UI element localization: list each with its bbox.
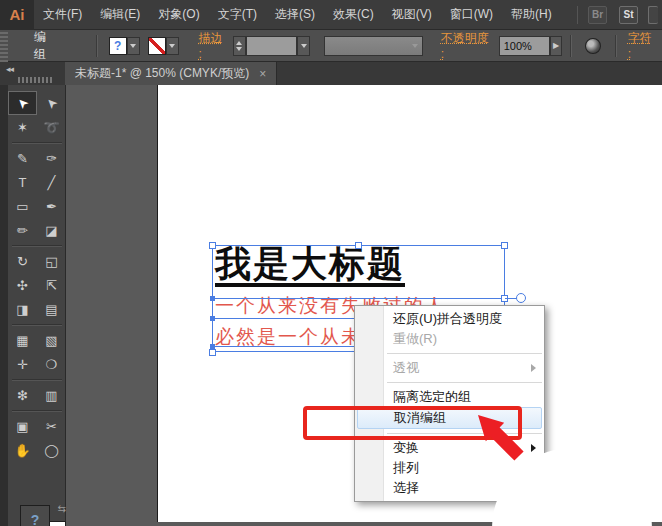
chevron-down-icon (130, 44, 136, 48)
chevron-down-icon (301, 44, 307, 48)
document-tab-title: 未标题-1* @ 150% (CMYK/预览) (75, 65, 249, 82)
chevron-down-icon (169, 44, 175, 48)
menu-item[interactable]: 对象(O) (149, 0, 208, 30)
lasso-tool[interactable]: ➰ (37, 115, 66, 139)
menubar-right: BrSt (577, 6, 662, 24)
selection-handle-bottom-left[interactable] (209, 349, 216, 356)
tools-grid: ➤ ➤ ✶ ➰ ✎ ✑ T ╱ ▭ ✒ ✏ ◪ ↻ ◱ (8, 85, 66, 462)
fill-dropdown-button[interactable] (127, 37, 140, 55)
eraser-tool[interactable]: ◪ (37, 218, 66, 242)
width-tool[interactable]: ✣ (8, 273, 37, 297)
workspace-button[interactable]: Br (588, 6, 607, 24)
perspective-grid-tool[interactable]: ▤ (37, 297, 66, 321)
fill-stroke-widget: ? ⇆ (20, 505, 66, 526)
fill-indicator[interactable]: ? (20, 505, 50, 526)
divider (577, 6, 578, 24)
opacity-arrow-button[interactable]: ▶ (550, 36, 562, 56)
pencil-tool[interactable]: ✏ (8, 218, 37, 242)
stroke-weight-stepper[interactable] (233, 36, 246, 56)
toolbar-grip[interactable] (18, 77, 52, 83)
line-segment-tool[interactable]: ╱ (37, 170, 66, 194)
stroke-weight-field[interactable] (246, 36, 297, 56)
menu-items: 文件(F)编辑(E)对象(O)文字(T)选择(S)效果(C)视图(V)窗口(W)… (34, 0, 561, 30)
menu-item[interactable]: 视图(V) (383, 0, 441, 30)
divider (570, 35, 571, 57)
app-logo: Ai (0, 0, 34, 30)
stroke-weight-label[interactable]: 描边 : (195, 30, 233, 61)
stroke-weight-dropdown[interactable] (297, 36, 310, 56)
anchor-point[interactable] (210, 316, 215, 321)
graphic-style-icon[interactable] (585, 38, 601, 54)
artboard-tool[interactable]: ▣ (8, 414, 37, 438)
selection-handle-top-right[interactable] (501, 242, 508, 249)
anchor-point[interactable] (210, 344, 215, 349)
selection-handle-top-mid[interactable] (355, 242, 362, 249)
tab-strip: ◂◂ 未标题-1* @ 150% (CMYK/预览) × (0, 62, 662, 85)
magic-wand-tool[interactable]: ✶ (8, 115, 37, 139)
menu-bar: Ai 文件(F)编辑(E)对象(O)文字(T)选择(S)效果(C)视图(V)窗口… (0, 0, 662, 30)
stroke-dropdown-button[interactable] (166, 37, 179, 55)
workspace-button[interactable]: St (619, 6, 638, 24)
menu-item[interactable]: 文件(F) (34, 0, 91, 30)
context-menu-item[interactable] (355, 349, 544, 358)
column-graph-tool[interactable]: ▥ (37, 383, 66, 407)
workspace-button-cutoff[interactable] (648, 6, 658, 24)
character-label[interactable]: 字符 : (624, 30, 662, 61)
swap-fill-stroke-icon[interactable]: ⇆ (58, 503, 66, 514)
symbol-sprayer-tool[interactable]: ❇ (8, 383, 37, 407)
close-icon[interactable]: × (259, 67, 266, 81)
blend-tool[interactable]: ❍ (37, 352, 66, 376)
context-menu-item[interactable]: 重做(R) (355, 329, 544, 349)
chevron-down-icon (412, 44, 418, 48)
collapse-panel-icon[interactable]: ◂◂ (6, 64, 13, 74)
menu-item[interactable]: 帮助(H) (502, 0, 561, 30)
divider (96, 35, 97, 57)
stroke-color-control (148, 37, 179, 55)
rotate-tool[interactable]: ↻ (8, 249, 37, 273)
step-down-icon (236, 47, 242, 51)
workspace-buttons: BrSt (588, 6, 638, 24)
menu-item[interactable]: 编辑(E) (91, 0, 149, 30)
scale-tool[interactable]: ◱ (37, 249, 66, 273)
type-tool[interactable]: T (8, 170, 37, 194)
variable-width-dropdown[interactable] (324, 36, 423, 56)
panel-grip[interactable] (0, 30, 8, 62)
annotation-arrow-icon (470, 405, 570, 505)
submenu-arrow-icon (531, 364, 536, 372)
control-bar: 编组 ? 描边 : 不透明度 : 100% ▶ 字符 : (0, 30, 662, 62)
zoom-tool[interactable]: ◯ (37, 438, 66, 462)
shape-builder-tool[interactable]: ◨ (8, 297, 37, 321)
menu-item[interactable]: 效果(C) (324, 0, 383, 30)
context-menu-item[interactable]: 隔离选定的组 (355, 387, 544, 407)
divider (615, 35, 616, 57)
eyedropper-tool[interactable]: ✛ (8, 352, 37, 376)
curvature-tool[interactable]: ✑ (37, 146, 66, 170)
rectangle-tool[interactable]: ▭ (8, 194, 37, 218)
opacity-label[interactable]: 不透明度 : (437, 30, 499, 61)
menu-item[interactable]: 窗口(W) (441, 0, 502, 30)
context-menu-item[interactable]: 还原(U)拼合透明度 (355, 309, 544, 329)
menu-item[interactable]: 选择(S) (266, 0, 324, 30)
paintbrush-tool[interactable]: ✒ (37, 194, 66, 218)
fill-swatch[interactable]: ? (109, 37, 127, 55)
fill-color-control: ? (109, 37, 140, 55)
mesh-tool[interactable]: ▦ (8, 328, 37, 352)
hand-tool[interactable]: ✋ (8, 438, 37, 462)
context-menu-item[interactable]: 透视 (355, 358, 544, 378)
free-transform-tool[interactable]: ⇱ (37, 273, 66, 297)
context-menu-item[interactable] (355, 378, 544, 387)
selection-type-label: 编组 (8, 29, 88, 63)
selection-divider-line (212, 298, 505, 299)
rotate-handle[interactable] (516, 293, 526, 303)
pen-tool[interactable]: ✎ (8, 146, 37, 170)
document-tab[interactable]: 未标题-1* @ 150% (CMYK/预览) × (65, 62, 277, 85)
direct-selection-tool[interactable]: ➤ (37, 91, 66, 115)
slice-tool[interactable]: ✂ (37, 414, 66, 438)
gradient-tool[interactable]: ▧ (37, 328, 66, 352)
opacity-field[interactable]: 100% (499, 36, 550, 56)
menu-item[interactable]: 文字(T) (209, 0, 266, 30)
selection-tool[interactable]: ➤ (8, 91, 37, 115)
anchor-point[interactable] (210, 296, 215, 301)
selection-handle-top-left[interactable] (209, 242, 216, 249)
stroke-swatch[interactable] (148, 37, 166, 55)
